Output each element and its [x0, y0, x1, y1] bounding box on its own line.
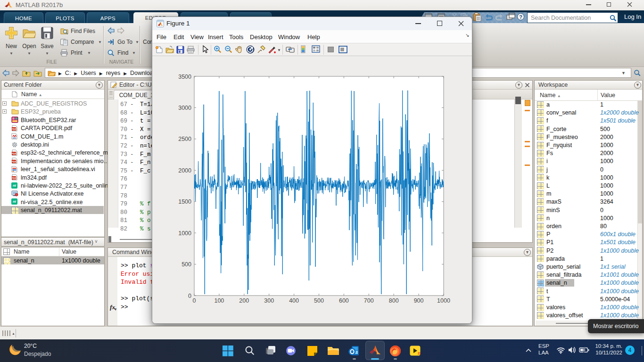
- svg-text:200: 200: [239, 297, 249, 304]
- svg-text:3000: 3000: [178, 105, 191, 111]
- svg-text:1500: 1500: [178, 198, 191, 205]
- svg-text:0: 0: [193, 297, 196, 304]
- svg-text:600: 600: [339, 297, 349, 304]
- svg-text:22: 22: [418, 352, 421, 355]
- svg-text:PDF: PDF: [11, 177, 17, 180]
- svg-text:400: 400: [289, 297, 299, 304]
- svg-text:500: 500: [314, 297, 324, 304]
- svg-text:3500: 3500: [178, 74, 191, 80]
- svg-text:PDF: PDF: [11, 128, 17, 131]
- svg-text:900: 900: [414, 297, 424, 304]
- svg-text:700: 700: [364, 297, 374, 304]
- svg-text:1000: 1000: [437, 297, 450, 304]
- svg-text:300: 300: [264, 297, 274, 304]
- svg-text:2000: 2000: [178, 167, 191, 174]
- svg-text:500: 500: [182, 261, 191, 268]
- svg-text:2500: 2500: [178, 136, 191, 142]
- svg-text:1000: 1000: [178, 230, 191, 237]
- svg-text:PDF: PDF: [11, 152, 17, 155]
- svg-text:0: 0: [188, 293, 191, 299]
- svg-text:100: 100: [214, 297, 224, 304]
- svg-text:PDF: PDF: [11, 160, 17, 163]
- svg-text:800: 800: [389, 297, 399, 304]
